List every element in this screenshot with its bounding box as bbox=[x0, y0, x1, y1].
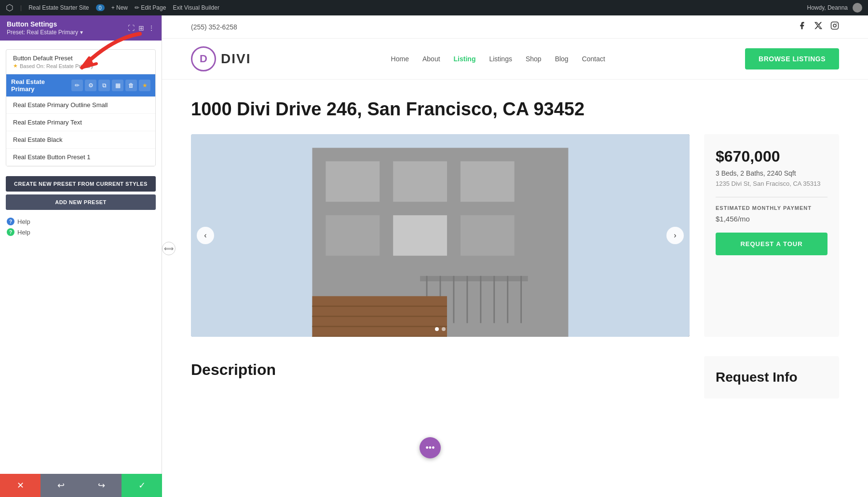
preset-list-item-2[interactable]: Real Estate Primary Text bbox=[6, 114, 155, 131]
svg-rect-10 bbox=[393, 215, 447, 256]
carousel-next-btn[interactable]: › bbox=[666, 227, 684, 244]
nav-contact[interactable]: Contact bbox=[582, 55, 605, 63]
panel-header-icons: ⛶ ⊞ ⋮ bbox=[128, 24, 155, 32]
preset-active-icons: ✏ ⚙ ⧉ ▦ 🗑 ★ bbox=[71, 80, 150, 91]
panel-more-icon[interactable]: ⋮ bbox=[148, 24, 155, 32]
new-link[interactable]: + New bbox=[111, 4, 128, 11]
listing-specs: 3 Beds, 2 Baths, 2240 Sqft bbox=[716, 169, 827, 177]
preset-list-item-3[interactable]: Real Estate Black bbox=[6, 131, 155, 149]
carousel-dot-1[interactable] bbox=[435, 327, 439, 331]
help-link-2[interactable]: ? Help bbox=[7, 228, 155, 236]
instagram-icon[interactable] bbox=[830, 21, 839, 32]
svg-rect-12 bbox=[420, 276, 528, 281]
wp-logo-icon[interactable]: ⬡ bbox=[6, 2, 14, 13]
help-icon-2: ? bbox=[7, 228, 14, 236]
panel-fullscreen-icon[interactable]: ⛶ bbox=[128, 24, 135, 32]
preset-settings-btn[interactable]: ⚙ bbox=[85, 80, 96, 91]
save-btn[interactable]: ✓ bbox=[122, 474, 162, 497]
svg-point-2 bbox=[833, 24, 836, 27]
request-info-sidebar: Request Info bbox=[704, 356, 839, 399]
facebook-icon[interactable] bbox=[798, 21, 806, 32]
preset-layout-btn[interactable]: ▦ bbox=[112, 80, 123, 91]
howdy-text: Howdy, Deanna bbox=[807, 4, 848, 11]
panel-title: Button Settings bbox=[7, 20, 83, 28]
listing-payment-label: ESTIMATED MONTHLY PAYMENT bbox=[716, 205, 827, 211]
preset-delete-btn[interactable]: 🗑 bbox=[125, 80, 137, 91]
page-content: 1000 Divi Drive 246, San Francisco, CA 9… bbox=[162, 80, 868, 418]
listing-divider bbox=[716, 197, 827, 197]
nav-links: Home About Listing Listings Shop Blog Co… bbox=[391, 55, 605, 63]
panel-actions: CREATE NEW PRESET FROM CURRENT STYLES AD… bbox=[0, 172, 162, 214]
site-phone: (255) 352-6258 bbox=[191, 23, 237, 31]
site-social bbox=[798, 21, 839, 32]
listing-main: ‹ › $670,000 3 Beds, 2 Baths, 2240 Sqft … bbox=[191, 134, 839, 337]
cancel-btn[interactable]: ✕ bbox=[0, 474, 41, 497]
preset-edit-btn[interactable]: ✏ bbox=[71, 80, 83, 91]
nav-home[interactable]: Home bbox=[391, 55, 409, 63]
redo-btn[interactable]: ↪ bbox=[81, 474, 122, 497]
preset-star-btn[interactable]: ★ bbox=[139, 80, 150, 91]
svg-rect-6 bbox=[326, 161, 380, 202]
panel-help-links: ? Help ? Help bbox=[0, 214, 162, 240]
description-title: Description bbox=[191, 361, 690, 379]
add-preset-btn[interactable]: ADD NEW PRESET bbox=[6, 194, 156, 210]
active-preset-name: Real Estate Primary bbox=[11, 78, 68, 93]
default-preset-name: Button Default Preset bbox=[13, 55, 149, 62]
panel-content: Button Default Preset ★ Based On: Real E… bbox=[0, 41, 162, 497]
site-topbar: (255) 352-6258 bbox=[162, 15, 868, 39]
star-icon: ★ bbox=[13, 63, 18, 69]
svg-rect-1 bbox=[831, 22, 839, 29]
carousel-dot-2[interactable] bbox=[442, 327, 446, 331]
site-wrapper: (255) 352-6258 D DIVI Home About Listing… bbox=[162, 15, 868, 497]
bottom-section: Description Request Info bbox=[191, 356, 839, 399]
create-preset-btn[interactable]: CREATE NEW PRESET FROM CURRENT STYLES bbox=[6, 176, 156, 192]
nav-shop[interactable]: Shop bbox=[526, 55, 542, 63]
avatar bbox=[853, 3, 862, 13]
listing-image bbox=[191, 134, 690, 337]
carousel-dots bbox=[435, 327, 446, 331]
nav-blog[interactable]: Blog bbox=[555, 55, 569, 63]
logo-text: DIVI bbox=[221, 51, 251, 67]
nav-listings[interactable]: Listings bbox=[489, 55, 512, 63]
preset-list-item-4[interactable]: Real Estate Button Preset 1 bbox=[6, 149, 155, 166]
exit-builder-link[interactable]: Exit Visual Builder bbox=[173, 4, 219, 11]
browse-listings-btn[interactable]: BROWSE LISTINGS bbox=[745, 48, 839, 69]
panel-header: Button Settings Preset: Real Estate Prim… bbox=[0, 15, 162, 41]
svg-rect-9 bbox=[326, 215, 380, 256]
preset-dropdown: Button Default Preset ★ Based On: Real E… bbox=[6, 49, 156, 166]
edit-page-link[interactable]: ✏ Edit Page bbox=[135, 4, 166, 11]
twitter-icon[interactable] bbox=[814, 21, 823, 32]
bottom-bar: ✕ ↩ ↪ ✓ bbox=[0, 474, 162, 497]
listing-price: $670,000 bbox=[716, 148, 827, 166]
svg-rect-11 bbox=[461, 215, 515, 256]
site-name-link[interactable]: Real Estate Starter Site bbox=[28, 4, 89, 11]
panel-columns-icon[interactable]: ⊞ bbox=[138, 24, 144, 32]
listing-image-area: ‹ › bbox=[191, 134, 690, 337]
request-info-title: Request Info bbox=[716, 370, 827, 385]
listing-address: 1235 Divi St, San Fracisco, CA 35313 bbox=[716, 180, 827, 187]
panel-preset-label[interactable]: Preset: Real Estate Primary ▾ bbox=[7, 29, 83, 36]
svg-rect-8 bbox=[461, 161, 515, 202]
admin-bar: ⬡ | Real Estate Starter Site 0 + New ✏ E… bbox=[0, 0, 868, 15]
default-preset-item[interactable]: Button Default Preset ★ Based On: Real E… bbox=[6, 50, 155, 74]
comment-count[interactable]: 0 bbox=[96, 4, 105, 11]
svg-point-3 bbox=[836, 23, 837, 24]
floating-action-btn[interactable]: ••• bbox=[420, 437, 441, 458]
preset-assign-btn[interactable]: ⧉ bbox=[98, 80, 110, 91]
carousel-prev-btn[interactable]: ‹ bbox=[197, 227, 214, 244]
listing-info-sidebar: $670,000 3 Beds, 2 Baths, 2240 Sqft 1235… bbox=[704, 134, 839, 337]
nav-about[interactable]: About bbox=[422, 55, 440, 63]
listing-title: 1000 Divi Drive 246, San Francisco, CA 9… bbox=[191, 99, 839, 120]
nav-listing[interactable]: Listing bbox=[454, 55, 476, 63]
request-tour-btn[interactable]: REQUEST A TOUR bbox=[716, 233, 827, 255]
help-icon-1: ? bbox=[7, 218, 14, 225]
svg-rect-7 bbox=[393, 161, 447, 202]
description-section: Description bbox=[191, 361, 690, 399]
preset-list-item-1[interactable]: Real Estate Primary Outline Small bbox=[6, 97, 155, 114]
site-nav: D DIVI Home About Listing Listings Shop … bbox=[162, 39, 868, 80]
active-preset-row[interactable]: Real Estate Primary ✏ ⚙ ⧉ ▦ 🗑 ★ bbox=[6, 74, 155, 97]
undo-btn[interactable]: ↩ bbox=[41, 474, 81, 497]
default-preset-sub: ★ Based On: Real Estate Primary bbox=[13, 63, 149, 69]
panel-drag-handle[interactable]: ⟺ bbox=[162, 242, 176, 255]
help-link-1[interactable]: ? Help bbox=[7, 218, 155, 225]
